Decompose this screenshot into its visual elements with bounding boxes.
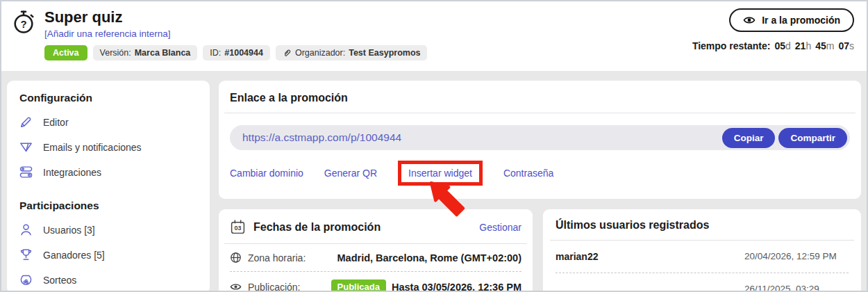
promotion-dates-card: 03 Fechas de la promoción Gestionar [219, 209, 533, 292]
timezone-row: Zona horaria: Madrid, Barcelona, Rome (G… [230, 244, 521, 271]
header-actions: Ir a la promoción Tiempo restante: 05d 2… [692, 8, 854, 63]
sidebar: Configuración Editor Emails y notificaci… [7, 81, 210, 292]
go-to-promotion-button[interactable]: Ir a la promoción [729, 8, 854, 32]
divider [224, 113, 856, 113]
promotion-url[interactable]: https://a.cstmapp.com/p/1004944 [242, 131, 401, 144]
id-badge: ID: #1004944 [203, 45, 270, 60]
username: marian22 [556, 251, 598, 262]
time-minutes: 45m [815, 40, 834, 51]
sidebar-item-sorteos[interactable]: Sorteos [19, 273, 197, 286]
users-card-title: Últimos usuarios registrados [556, 219, 849, 232]
calendar-icon: 03 [230, 219, 246, 235]
share-button[interactable]: Compartir [778, 128, 847, 148]
globe-icon [230, 252, 242, 263]
sidebar-item-usuarios[interactable]: Usuarios [3] [19, 223, 197, 236]
sidebar-section-configuracion: Configuración Editor Emails y notificaci… [19, 92, 197, 179]
registration-date: 20/04/2026, 12:59 PM [744, 250, 849, 263]
content-area: Configuración Editor Emails y notificaci… [1, 71, 867, 292]
organizer-badge: Organizador: Test Easypromos [276, 45, 428, 60]
link-card-title: Enlace a la promoción [230, 92, 850, 104]
user-row: marian22 20/04/2026, 12:59 PM [556, 241, 849, 273]
svg-text:03: 03 [235, 225, 242, 232]
page-title: Super quiz [44, 8, 427, 26]
registration-date: 26/11/2025, 03:29 [744, 282, 849, 292]
user-row: 26/11/2025, 03:29 [556, 273, 849, 292]
publication-row: Publicación: Publicada Hasta 03/05/2026,… [230, 272, 521, 292]
sidebar-heading: Configuración [19, 92, 197, 104]
time-remaining: Tiempo restante: 05d 21h 45m 07s [692, 40, 854, 51]
latest-users-card: Últimos usuarios registrados marian22 20… [543, 209, 861, 292]
promotion-identity: ? Super quiz [Añadir una referencia inte… [11, 8, 427, 63]
quiz-stopwatch-icon: ? [11, 10, 36, 35]
toggles-icon [19, 165, 33, 179]
timezone-label: Zona horaria: [248, 252, 306, 263]
pencil-icon [19, 115, 33, 129]
insert-widget-link-highlighted[interactable]: Insertar widget [398, 161, 483, 186]
promotion-link-card: Enlace a la promoción https://a.cstmapp.… [219, 81, 861, 199]
main-column: Enlace a la promoción https://a.cstmapp.… [219, 81, 861, 292]
dates-card-header: 03 Fechas de la promoción Gestionar [230, 219, 521, 235]
sidebar-heading: Participaciones [19, 200, 197, 212]
add-internal-reference-link[interactable]: [Añadir una referencia interna] [44, 29, 427, 39]
sidebar-item-editor[interactable]: Editor [19, 115, 197, 129]
version-badge: Versión: Marca Blanca [93, 45, 198, 60]
password-link[interactable]: Contraseña [503, 168, 553, 179]
paperclip-icon [283, 49, 292, 58]
user-icon [19, 223, 33, 236]
time-days: 05d [774, 40, 790, 51]
copy-button[interactable]: Copiar [722, 128, 776, 148]
generate-qr-link[interactable]: Generar QR [324, 168, 377, 179]
publication-label: Publicación: [248, 282, 301, 292]
change-domain-link[interactable]: Cambiar dominio [230, 168, 303, 179]
time-hours: 21h [795, 40, 811, 51]
status-badge: Activa [44, 45, 87, 60]
timezone-value: Madrid, Barcelona, Rome (GMT+02:00) [337, 252, 522, 263]
trophy-icon [19, 248, 33, 261]
promotion-header: ? Super quiz [Añadir una referencia inte… [1, 1, 867, 71]
sidebar-item-emails[interactable]: Emails y notificaciones [19, 140, 197, 154]
sidebar-item-ganadores[interactable]: Ganadores [5] [19, 248, 197, 261]
lower-cards-row: 03 Fechas de la promoción Gestionar [219, 209, 861, 292]
sidebar-section-participaciones: Participaciones Usuarios [3] [19, 200, 197, 292]
promotion-url-bar[interactable]: https://a.cstmapp.com/p/1004944 Copiar C… [230, 125, 850, 150]
raffle-bowl-icon [19, 273, 33, 286]
sidebar-item-integraciones[interactable]: Integraciones [19, 165, 197, 179]
svg-text:?: ? [20, 18, 26, 30]
time-seconds: 07s [838, 40, 854, 51]
eye-icon [743, 15, 756, 25]
dates-card-title: Fechas de la promoción [253, 221, 381, 234]
promotion-badges: Activa Versión: Marca Blanca ID: #100494… [44, 45, 427, 60]
paper-plane-icon [19, 140, 33, 154]
eye-icon [230, 281, 242, 292]
link-actions-row: Cambiar dominio Generar QR Insertar widg… [230, 160, 850, 186]
manage-dates-link[interactable]: Gestionar [479, 222, 521, 233]
published-badge: Publicada [331, 279, 386, 292]
app-window: ? Super quiz [Añadir una referencia inte… [0, 0, 868, 292]
publication-value: Hasta 03/05/2026, 12:36 PM [392, 282, 521, 292]
